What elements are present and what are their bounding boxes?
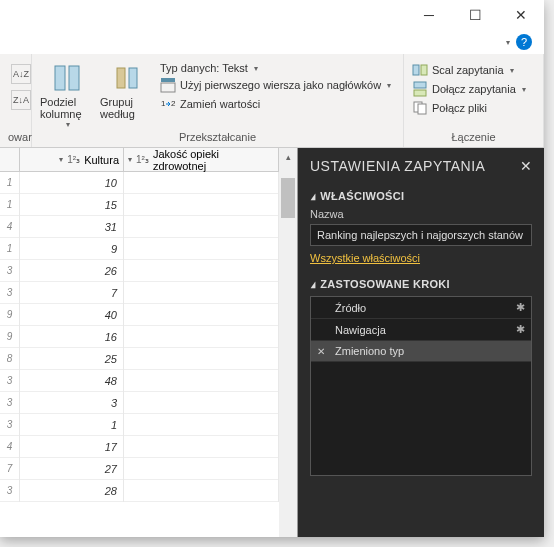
datatype-button[interactable]: Typ danych: Tekst▾	[160, 62, 391, 74]
row-number: 9	[0, 326, 19, 348]
all-properties-link[interactable]: Wszystkie właściwości	[310, 252, 420, 264]
scroll-up-arrow[interactable]: ▴	[279, 148, 297, 166]
row-number: 8	[0, 348, 19, 370]
ribbon: A↓Z Z↓A owar Podziel kolumnę▾ Grupuj wed…	[0, 54, 544, 148]
cell[interactable]: 31	[20, 216, 123, 238]
delete-step-icon[interactable]: ✕	[317, 346, 325, 357]
append-queries-button[interactable]: Dołącz zapytania▾	[412, 81, 535, 97]
column-header-jakosc[interactable]: ▾ 1²₃ Jakość opieki zdrowotnej	[124, 148, 279, 171]
cell[interactable]: 40	[20, 304, 123, 326]
cell[interactable]	[124, 216, 278, 238]
data-grid[interactable]: ▾ 1²₃ Kultura ▾ 1²₃ Jakość opieki zdrowo…	[0, 148, 298, 537]
first-row-headers-button[interactable]: Użyj pierwszego wiersza jako nagłówków▾	[160, 77, 391, 93]
row-number: 4	[0, 216, 19, 238]
svg-rect-13	[418, 104, 426, 114]
replace-icon: 12	[160, 96, 176, 112]
cell[interactable]: 7	[20, 282, 123, 304]
row-number: 7	[0, 458, 19, 480]
query-settings-panel: USTAWIENIA ZAPYTANIA ✕ WŁAŚCIWOŚCI Nazwa…	[298, 148, 544, 537]
query-name-input[interactable]	[310, 224, 532, 246]
svg-rect-11	[414, 90, 426, 96]
maximize-button[interactable]: ☐	[452, 0, 498, 30]
cell[interactable]	[124, 370, 278, 392]
row-number: 3	[0, 282, 19, 304]
cell[interactable]	[124, 238, 278, 260]
ribbon-group-label: Łączenie	[412, 129, 535, 143]
row-number: 1	[0, 238, 19, 260]
vertical-scrollbar[interactable]: ▴	[279, 148, 297, 537]
cell[interactable]: 15	[20, 194, 123, 216]
name-label: Nazwa	[310, 208, 532, 220]
info-dropdown[interactable]: ▾	[506, 38, 510, 47]
split-column-icon	[51, 62, 83, 94]
cell[interactable]: 48	[20, 370, 123, 392]
cell[interactable]	[124, 194, 278, 216]
row-number: 3	[0, 480, 19, 502]
cell[interactable]	[124, 172, 278, 194]
annotation-arrow	[0, 537, 544, 547]
cell[interactable]: 3	[20, 392, 123, 414]
svg-text:2: 2	[171, 99, 176, 108]
gear-icon[interactable]: ✱	[516, 323, 525, 336]
cell[interactable]	[124, 436, 278, 458]
svg-text:1: 1	[161, 99, 166, 108]
combine-files-icon	[412, 100, 428, 116]
panel-title: USTAWIENIA ZAPYTANIA	[310, 158, 485, 174]
titlebar: ─ ☐ ✕	[0, 0, 544, 30]
chevron-down-icon[interactable]: ▾	[128, 155, 132, 164]
row-number: 3	[0, 370, 19, 392]
minimize-button[interactable]: ─	[406, 0, 452, 30]
svg-rect-3	[129, 68, 137, 88]
chevron-down-icon[interactable]: ▾	[59, 155, 63, 164]
cell[interactable]	[124, 480, 278, 502]
cell[interactable]	[124, 326, 278, 348]
row-number: 4	[0, 436, 19, 458]
merge-queries-button[interactable]: Scal zapytania▾	[412, 62, 535, 78]
gear-icon[interactable]: ✱	[516, 301, 525, 314]
cell[interactable]: 28	[20, 480, 123, 502]
svg-rect-1	[69, 66, 79, 90]
column-header-kultura[interactable]: ▾ 1²₃ Kultura	[20, 148, 124, 171]
sort-asc-button[interactable]: A↓Z	[11, 64, 31, 84]
cell[interactable]: 9	[20, 238, 123, 260]
infobar: ▾ ?	[0, 30, 544, 54]
split-column-button[interactable]: Podziel kolumnę▾	[40, 58, 94, 129]
row-number: 3	[0, 260, 19, 282]
combine-files-button[interactable]: Połącz pliki	[412, 100, 535, 116]
row-number: 1	[0, 194, 19, 216]
cell[interactable]	[124, 282, 278, 304]
replace-values-button[interactable]: 12 Zamień wartości	[160, 96, 391, 112]
cell[interactable]: 17	[20, 436, 123, 458]
ribbon-group-label: owar	[8, 129, 23, 143]
step-label: Nawigacja	[335, 324, 386, 336]
merge-icon	[412, 62, 428, 78]
applied-step[interactable]: Nawigacja✱	[311, 319, 531, 341]
svg-rect-0	[55, 66, 65, 90]
scroll-thumb[interactable]	[281, 178, 295, 218]
close-panel-button[interactable]: ✕	[520, 158, 533, 174]
cell[interactable]: 1	[20, 414, 123, 436]
ribbon-group-label: Przekształcanie	[40, 129, 395, 143]
applied-steps-title[interactable]: ZASTOSOWANE KROKI	[310, 278, 532, 290]
cell[interactable]: 16	[20, 326, 123, 348]
cell[interactable]	[124, 414, 278, 436]
cell[interactable]: 10	[20, 172, 123, 194]
applied-step[interactable]: ✕Zmieniono typ	[311, 341, 531, 362]
cell[interactable]	[124, 304, 278, 326]
properties-section-title[interactable]: WŁAŚCIWOŚCI	[310, 190, 532, 202]
cell[interactable]	[124, 348, 278, 370]
applied-step[interactable]: Źródło✱	[311, 297, 531, 319]
sort-desc-button[interactable]: Z↓A	[11, 90, 31, 110]
svg-rect-4	[161, 78, 175, 82]
group-icon	[111, 62, 143, 94]
cell[interactable]	[124, 260, 278, 282]
cell[interactable]: 25	[20, 348, 123, 370]
cell[interactable]	[124, 458, 278, 480]
help-icon[interactable]: ?	[516, 34, 532, 50]
row-number: 9	[0, 304, 19, 326]
cell[interactable]: 26	[20, 260, 123, 282]
cell[interactable]	[124, 392, 278, 414]
cell[interactable]: 27	[20, 458, 123, 480]
close-button[interactable]: ✕	[498, 0, 544, 30]
group-by-button[interactable]: Grupuj według	[100, 58, 154, 120]
